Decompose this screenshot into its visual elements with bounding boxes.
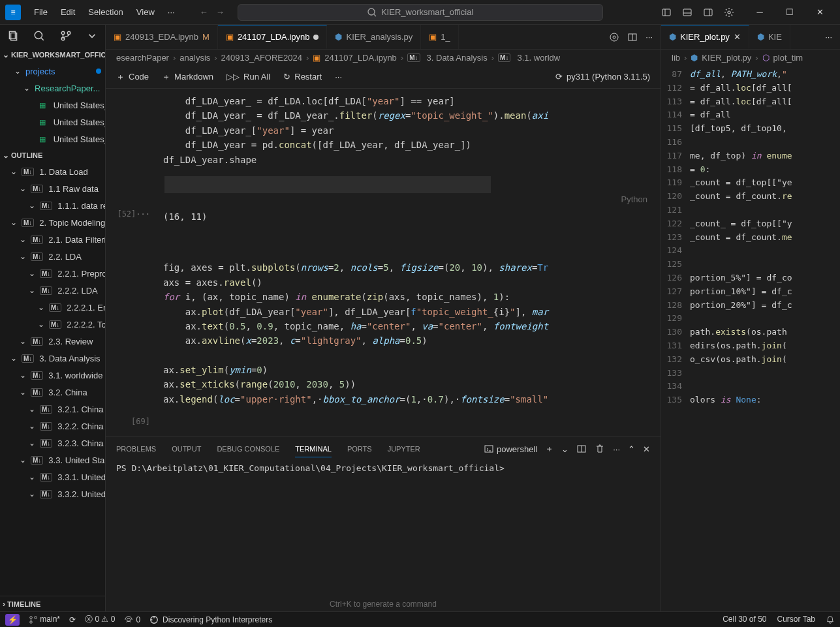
file-item[interactable]: ▦ United States_... [0, 130, 105, 147]
restart-button[interactable]: ↻ Restart [283, 72, 322, 82]
errors-indicator[interactable]: ⓧ 0 ⚠ 0 [85, 614, 115, 625]
outline-item[interactable]: ⌄M↓3. Data Analysis [0, 350, 105, 367]
close-icon[interactable]: ✕ [805, 1, 835, 23]
file-item[interactable]: ▦ United States_... [0, 114, 105, 130]
timeline-title[interactable]: ›TIMELINE [0, 596, 105, 611]
code-line[interactable]: 135olors is None: [661, 393, 840, 407]
code-line[interactable]: 130path.exists(os.path [661, 326, 840, 339]
layout-primary-icon[interactable] [661, 7, 672, 18]
panel-tab-debug[interactable]: DEBUG CONSOLE [217, 441, 279, 457]
tab-lda[interactable]: ▣241107_LDA.ipynb [218, 25, 328, 49]
panel-tab-output[interactable]: OUTPUT [172, 441, 201, 457]
code-line[interactable]: 125 [661, 258, 840, 271]
add-markdown-button[interactable]: ＋ Markdown [162, 71, 213, 83]
code-line[interactable]: 127portion_10%"] = df_c [661, 285, 840, 299]
code-line[interactable]: 129 [661, 312, 840, 326]
breadcrumb[interactable]: esearchPaper› analysis› 240913_AFORE2024… [106, 50, 661, 65]
outline-item[interactable]: ⌄M↓2.2. LDA [0, 248, 105, 265]
code-line[interactable]: 116 [661, 136, 840, 149]
menu-selection[interactable]: Selection [83, 5, 128, 20]
layout-secondary-icon[interactable] [703, 7, 713, 18]
outline-item[interactable]: ⌄M↓2.2.2.1. Entir... [0, 299, 105, 316]
folder-projects[interactable]: ⌄projects [0, 63, 105, 80]
code-line[interactable]: 87df_all, PATH_work," [661, 68, 840, 82]
code-line[interactable]: 122_count_ = df_top[["y [661, 217, 840, 231]
terminal-shell-label[interactable]: powershell [484, 444, 537, 454]
code-line[interactable]: 114= df_all [661, 108, 840, 122]
outline-item[interactable]: ⌄M↓2.2.2.2. Topi... [0, 316, 105, 333]
sync-icon[interactable]: ⟳ [69, 615, 76, 624]
gear-tab-icon[interactable] [609, 31, 619, 42]
outline-item[interactable]: ⌄M↓1.1 Raw data [0, 180, 105, 197]
maximize-icon[interactable]: ☐ [775, 1, 805, 23]
outline-item[interactable]: ⌄M↓2.2.1. Preproc... [0, 265, 105, 282]
outline-item[interactable]: ⌄M↓3.3.2. United ... [0, 485, 105, 502]
notebook-body[interactable]: df_LDA_year_ = df_LDA.loc[df_LDA["year"]… [106, 89, 661, 436]
outline-item[interactable]: ⌄M↓3.3. United Sta... [0, 451, 105, 468]
outline-item[interactable]: ⌄M↓2.3. Review [0, 333, 105, 350]
outline-item[interactable]: ⌄M↓3.2.3. China ... [0, 435, 105, 451]
chevron-down-icon[interactable] [86, 30, 98, 42]
outline-item[interactable]: ⌄M↓2.2.2. LDA [0, 282, 105, 299]
code-line[interactable]: 126portion_5%"] = df_co [661, 271, 840, 285]
menu-edit[interactable]: Edit [55, 5, 80, 20]
layout-panel-icon[interactable] [682, 7, 692, 18]
port-indicator[interactable]: 0 [124, 615, 140, 624]
minimize-icon[interactable]: ─ [745, 1, 775, 23]
folder-researchpaper[interactable]: ⌄ResearchPaper... [0, 80, 105, 97]
panel-tab-problems[interactable]: PROBLEMS [116, 441, 156, 457]
file-item[interactable]: ▦ United States_... [0, 97, 105, 114]
code-line[interactable]: 124 [661, 244, 840, 258]
outline-item[interactable]: ⌄M↓1.1.1. data re... [0, 197, 105, 214]
tab-kie[interactable]: ⬢KIE [749, 25, 790, 49]
nav-forward-icon[interactable]: → [216, 7, 225, 17]
kernel-selector[interactable]: ⟳ py311 (Python 3.11.5) [555, 72, 650, 82]
more-tab-icon[interactable]: ··· [825, 32, 832, 42]
branch-indicator[interactable]: main* [29, 615, 60, 624]
menu-file[interactable]: File [29, 5, 53, 20]
terminal-body[interactable]: PS D:\Arbeitplatz\01_KIER_Computational\… [106, 461, 661, 597]
panel-tab-jupyter[interactable]: JUPYTER [388, 441, 420, 457]
code-line[interactable]: 131edirs(os.path.join( [661, 339, 840, 353]
outline-title[interactable]: ⌄OUTLINE [0, 147, 105, 163]
cell-position[interactable]: Cell 30 of 50 [723, 615, 766, 624]
tab-eda[interactable]: ▣240913_EDA.ipynbM [106, 25, 218, 49]
panel-max-icon[interactable]: ⌃ [628, 444, 635, 454]
remote-icon[interactable]: ⚡ [5, 614, 20, 626]
terminal-dropdown-icon[interactable]: ⌄ [561, 444, 568, 454]
outline-item[interactable]: ⌄M↓2.1. Data Filteri... [0, 231, 105, 248]
code-line[interactable]: 134 [661, 380, 840, 393]
nav-back-icon[interactable]: ← [200, 7, 208, 17]
branch-side-icon[interactable] [60, 30, 72, 42]
run-all-button[interactable]: ▷▷ Run All [226, 72, 270, 82]
cell-scrollbar[interactable] [164, 176, 491, 193]
outline-item[interactable]: ⌄M↓3.1. worldwide [0, 367, 105, 384]
code-line[interactable]: 118= 0: [661, 163, 840, 177]
breadcrumb-right[interactable]: lib› ⬢KIER_plot.py› ⬡plot_tim [661, 50, 840, 65]
outline-item[interactable]: ⌄M↓3.2.1. China o... [0, 401, 105, 418]
code-cell[interactable]: fig, axes = plt.subplots(nrows=2, ncols=… [106, 255, 661, 412]
menu-more[interactable]: ··· [163, 5, 180, 20]
panel-close-icon[interactable]: ✕ [643, 444, 650, 454]
tab-1[interactable]: ▣1_ [421, 25, 458, 49]
cell-code[interactable]: df_LDA_year_ = df_LDA.loc[df_LDA["year"]… [158, 91, 661, 170]
explorer-title[interactable]: ⌄KIER_WORKSMART_OFFICI... [0, 47, 105, 63]
code-line[interactable]: 133 [661, 367, 840, 380]
code-line[interactable]: 123_count = df_count.me [661, 231, 840, 245]
panel-tab-terminal[interactable]: TERMINAL [295, 441, 332, 457]
code-line[interactable]: 117me, df_top) in enume [661, 149, 840, 163]
cell-code[interactable]: fig, axes = plt.subplots(nrows=2, ncols=… [158, 258, 661, 409]
right-code-body[interactable]: 87df_all, PATH_work,"112= df_all.loc[df_… [661, 65, 840, 611]
code-line[interactable]: 113= df_all.loc[df_all[ [661, 95, 840, 109]
panel-tab-ports[interactable]: PORTS [347, 441, 372, 457]
outline-item[interactable]: ⌄M↓2. Topic Modeling [0, 214, 105, 231]
menu-view[interactable]: View [131, 5, 160, 20]
bell-icon[interactable] [826, 615, 835, 624]
code-cell[interactable]: df_LDA_year_ = df_LDA.loc[df_LDA["year"]… [106, 89, 661, 172]
tab-close-icon[interactable]: ✕ [734, 32, 741, 42]
code-line[interactable]: 115[df_top5, df_top10, [661, 122, 840, 136]
more-tab-icon[interactable]: ··· [646, 32, 653, 42]
new-terminal-icon[interactable]: ＋ [545, 443, 553, 455]
search-box[interactable]: KIER_worksmart_official [238, 4, 603, 21]
toolbar-more[interactable]: ··· [335, 72, 342, 82]
